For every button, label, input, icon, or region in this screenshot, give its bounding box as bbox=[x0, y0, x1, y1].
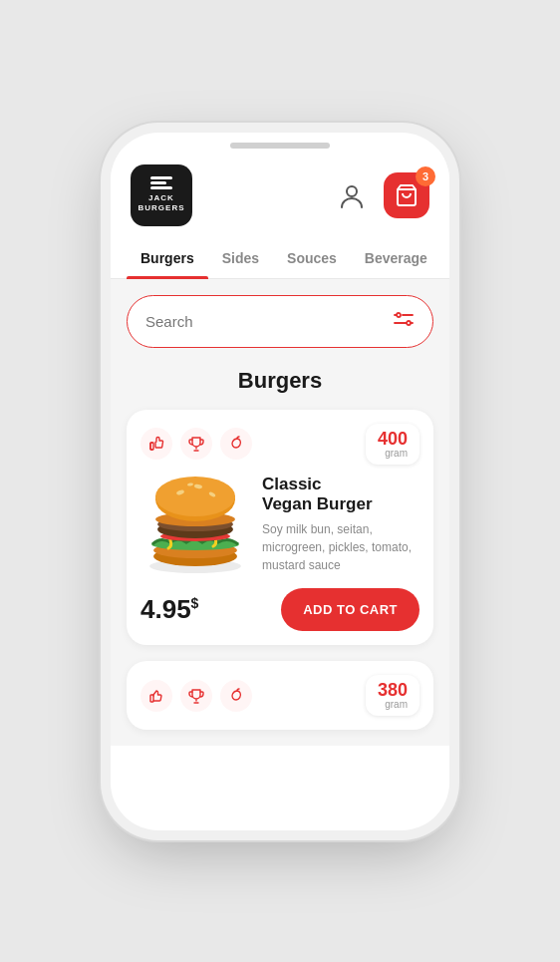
tab-souces[interactable]: Souces bbox=[273, 238, 351, 278]
profile-button[interactable] bbox=[332, 175, 372, 215]
card-footer: 4.95$ ADD TO CART bbox=[140, 588, 420, 631]
product-card: 400 gram bbox=[127, 410, 433, 646]
profile-icon bbox=[338, 181, 366, 209]
burger-illustration bbox=[140, 475, 250, 574]
search-bar bbox=[127, 295, 433, 348]
product-card-preview: 380 gram bbox=[127, 661, 433, 730]
card-top: 400 gram bbox=[140, 424, 420, 465]
add-to-cart-button[interactable]: ADD TO CART bbox=[281, 588, 420, 631]
tab-burgers[interactable]: Burgers bbox=[127, 238, 208, 278]
tag-icon-chili bbox=[220, 428, 252, 460]
tab-beverage[interactable]: Beverage bbox=[351, 238, 441, 278]
app-content: JACK BURGERS 3 bbox=[111, 149, 449, 747]
tab-sides[interactable]: Sides bbox=[208, 238, 273, 278]
product-price: 4.95$ bbox=[140, 594, 198, 625]
card-body: ClassicVegan Burger Soy milk bun, seitan… bbox=[140, 475, 420, 575]
filter-icon[interactable] bbox=[393, 308, 415, 335]
nav-tabs: Burgers Sides Souces Beverage bbox=[111, 238, 449, 279]
tag-icons-2 bbox=[140, 680, 252, 712]
section-title: Burgers bbox=[127, 368, 433, 394]
main-content: Burgers bbox=[111, 279, 449, 747]
weight-badge-2: 380 gram bbox=[366, 675, 420, 716]
card-info: ClassicVegan Burger Soy milk bun, seitan… bbox=[262, 475, 420, 575]
cart-badge: 3 bbox=[416, 166, 435, 186]
logo: JACK BURGERS bbox=[131, 164, 192, 226]
cart-icon bbox=[395, 183, 419, 207]
svg-point-18 bbox=[155, 477, 235, 516]
cart-button[interactable]: 3 bbox=[384, 172, 429, 218]
logo-text: JACK BURGERS bbox=[138, 193, 184, 212]
burger-stack-icon bbox=[150, 176, 172, 189]
tag-icon-chili-2 bbox=[220, 680, 252, 712]
tag-icon-trophy bbox=[180, 428, 212, 460]
burger-image bbox=[140, 475, 250, 574]
product-description: Soy milk bun, seitan, microgreen, pickle… bbox=[262, 520, 420, 574]
svg-point-0 bbox=[347, 186, 357, 196]
tag-icons bbox=[140, 428, 252, 460]
svg-rect-8 bbox=[150, 443, 153, 450]
phone-shell: JACK BURGERS 3 bbox=[111, 133, 449, 830]
preview-top: 380 gram bbox=[140, 675, 420, 716]
search-input[interactable] bbox=[145, 313, 385, 330]
header-actions: 3 bbox=[332, 172, 429, 218]
tag-icon-thumbsup bbox=[140, 428, 172, 460]
tag-icon-trophy-2 bbox=[180, 680, 212, 712]
header: JACK BURGERS 3 bbox=[111, 149, 449, 238]
tag-icon-thumbsup-2 bbox=[140, 680, 172, 712]
product-name: ClassicVegan Burger bbox=[262, 475, 420, 515]
weight-badge: 400 gram bbox=[366, 424, 420, 465]
